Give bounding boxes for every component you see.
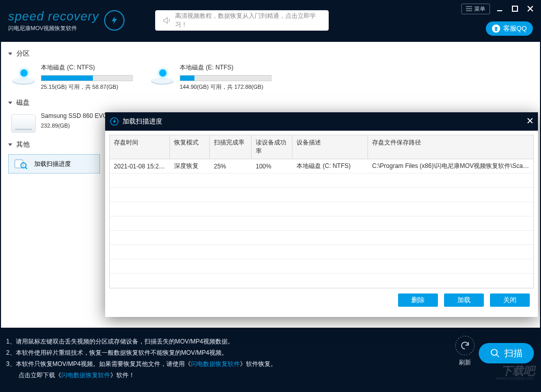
load-scan-progress-item[interactable]: 加载扫描进度 — [8, 154, 100, 174]
disk-icon — [150, 66, 175, 87]
logo-area: speed recovery 闪电尼康MOV视频恢复软件 — [8, 9, 99, 32]
table-row — [110, 202, 533, 216]
minimize-button[interactable] — [494, 3, 505, 14]
disk-stat: 232.89(GB) — [41, 122, 113, 129]
maximize-button[interactable] — [509, 3, 521, 14]
partition-stat: 144.90(GB) 可用，共 172.88(GB) — [180, 83, 278, 91]
section-disks-header[interactable]: 磁盘 — [5, 96, 536, 109]
disk-title: Samsung SSD 860 EVO 2 — [41, 112, 113, 119]
cell-time: 2021-01-08 15:26:33 — [110, 163, 170, 170]
col-time[interactable]: 存盘时间 — [110, 135, 170, 159]
partition-stat: 25.15(GB) 可用，共 58.87(GB) — [41, 83, 139, 91]
section-partitions-label: 分区 — [16, 49, 30, 58]
table-row — [110, 216, 533, 231]
scan-button[interactable]: 扫描 — [479, 343, 534, 363]
table-row — [110, 188, 533, 202]
section-disks-label: 磁盘 — [16, 98, 30, 107]
partition-title: 本地磁盘 (C: NTFS) — [41, 63, 139, 72]
col-path[interactable]: 存盘文件保存路径 — [368, 135, 533, 159]
cell-device: 本地磁盘 (C: NTFS) — [292, 162, 368, 170]
delete-button[interactable]: 删除 — [398, 293, 438, 307]
partition-item[interactable]: 本地磁盘 (C: NTFS) 25.15(GB) 可用，共 58.87(GB) — [11, 63, 139, 91]
partition-title: 本地磁盘 (E: NTFS) — [180, 63, 278, 72]
cell-mode: 深度恢复 — [170, 162, 210, 170]
speaker-icon — [162, 16, 171, 25]
load-button[interactable]: 加载 — [444, 293, 484, 307]
table-row — [110, 259, 533, 274]
tip-line: 点击立即下载《闪电数据恢复软件》软件！ — [6, 370, 535, 381]
dialog-footer: 删除 加载 关闭 — [109, 288, 534, 313]
table-row — [110, 174, 533, 188]
app-header: speed recovery 闪电尼康MOV视频恢复软件 高清视频教程，数据恢复… — [0, 0, 541, 41]
recovery-software-link[interactable]: 闪电数据恢复软件 — [191, 360, 240, 368]
cell-read-rate: 100% — [252, 163, 292, 170]
lightning-icon — [110, 117, 118, 126]
section-partitions-header[interactable]: 分区 — [5, 47, 536, 60]
window-controls: 菜单 — [461, 3, 536, 14]
chevron-down-icon — [8, 53, 12, 55]
dialog-title: 加载扫描进度 — [122, 117, 162, 126]
table-header: 存盘时间 恢复模式 扫描完成率 读设备成功率 设备描述 存盘文件保存路径 — [110, 135, 533, 159]
usage-bar — [41, 75, 133, 81]
scan-progress-table: 存盘时间 恢复模式 扫描完成率 读设备成功率 设备描述 存盘文件保存路径 202… — [109, 135, 534, 288]
dialog-close-icon[interactable]: ✕ — [526, 115, 534, 127]
logo-subtitle: 闪电尼康MOV视频恢复软件 — [8, 24, 99, 32]
magnifier-icon — [490, 348, 500, 358]
svg-rect-0 — [512, 6, 518, 11]
lightning-icon — [104, 10, 125, 31]
table-row — [110, 245, 533, 259]
dialog-titlebar[interactable]: 加载扫描进度 ✕ — [105, 112, 538, 131]
menu-icon — [466, 6, 472, 11]
col-mode[interactable]: 恢复模式 — [170, 135, 210, 159]
disk-icon — [11, 66, 36, 87]
menu-label: 菜单 — [474, 5, 485, 13]
partition-item[interactable]: 本地磁盘 (E: NTFS) 144.90(GB) 可用，共 172.88(GB… — [150, 63, 278, 91]
watermark-url: www.xiazaiba.com — [496, 376, 534, 381]
col-device[interactable]: 设备描述 — [292, 135, 368, 159]
cell-scan-rate: 25% — [210, 163, 252, 170]
close-button[interactable] — [525, 3, 536, 14]
ssd-icon — [11, 114, 36, 133]
close-button[interactable]: 关闭 — [490, 293, 530, 307]
load-scan-progress-dialog: 加载扫描进度 ✕ 存盘时间 恢复模式 扫描完成率 读设备成功率 设备描述 存盘文… — [105, 112, 538, 317]
qq-icon — [492, 24, 500, 33]
menu-button[interactable]: 菜单 — [461, 4, 490, 14]
usage-fill — [41, 76, 93, 81]
tutorial-banner[interactable]: 高清视频教程，数据恢复从入门到精通，点击立即学习！ — [155, 10, 329, 31]
cell-path: C:\Program Files (x86)\闪电尼康MOV视频恢复软件\Sca… — [368, 162, 533, 170]
download-link[interactable]: 闪电数据恢复软件 — [61, 372, 110, 379]
chevron-down-icon — [8, 143, 12, 146]
logo-text: speed recovery — [8, 9, 99, 23]
svg-point-5 — [491, 350, 498, 356]
footer-tips: 1、请用鼠标左键双击丢失视频的分区或存储设备，扫描丢失的MOV/MP4视频数据。… — [0, 329, 541, 381]
table-row[interactable]: 2021-01-08 15:26:33 深度恢复 25% 100% 本地磁盘 (… — [110, 159, 533, 174]
partitions-list: 本地磁盘 (C: NTFS) 25.15(GB) 可用，共 58.87(GB) … — [5, 60, 536, 96]
section-others-label: 其他 — [16, 140, 30, 149]
table-row — [110, 274, 533, 288]
refresh-label: 刷新 — [459, 358, 471, 367]
svg-point-2 — [495, 30, 498, 31]
refresh-button[interactable]: 刷新 — [455, 336, 475, 367]
col-scan-rate[interactable]: 扫描完成率 — [210, 135, 252, 159]
table-row — [110, 231, 533, 245]
refresh-icon — [455, 336, 475, 355]
chevron-down-icon — [8, 102, 12, 104]
tutorial-text: 高清视频教程，数据恢复从入门到精通，点击立即学习！ — [175, 12, 322, 29]
qq-label: 客服QQ — [503, 24, 527, 33]
svg-point-1 — [495, 27, 497, 30]
col-read-rate[interactable]: 读设备成功率 — [252, 135, 292, 159]
scan-label: 扫描 — [504, 347, 523, 359]
usage-bar — [180, 75, 272, 81]
search-file-icon — [14, 158, 28, 170]
other-item-label: 加载扫描进度 — [34, 160, 71, 168]
usage-fill — [180, 76, 194, 81]
qq-support-button[interactable]: 客服QQ — [486, 21, 533, 36]
